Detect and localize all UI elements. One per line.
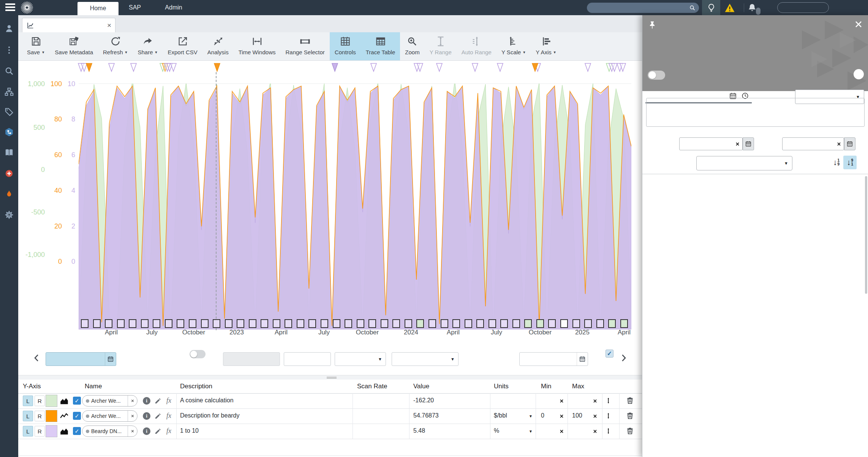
- delete-trace-icon[interactable]: [626, 427, 634, 437]
- top-tab-home[interactable]: Home: [77, 2, 119, 15]
- clear-icon[interactable]: [735, 142, 740, 147]
- comment-marker[interactable]: [167, 63, 181, 72]
- trace-color-swatch[interactable]: [46, 410, 57, 422]
- now-checkbox[interactable]: ✓: [606, 350, 613, 358]
- timeline-box[interactable]: [105, 319, 112, 328]
- right-axis-button[interactable]: R: [35, 396, 45, 406]
- comment-marker[interactable]: [328, 63, 343, 72]
- formula-fx-icon[interactable]: fx: [166, 397, 171, 405]
- trend-chart-region[interactable]: 1,0005000-500-1,0001008060402001086420Ap…: [18, 61, 642, 344]
- toolbar-refresh[interactable]: Refresh▼: [98, 32, 133, 60]
- comment-marker[interactable]: [127, 63, 141, 72]
- interval-select[interactable]: ▼: [335, 352, 386, 366]
- remove-trace-icon[interactable]: [128, 396, 137, 406]
- settings-gear-icon[interactable]: [4, 210, 14, 220]
- ideas-button[interactable]: [702, 0, 720, 15]
- info-icon[interactable]: i: [143, 397, 150, 405]
- fixed-period-value-input[interactable]: [223, 352, 280, 366]
- trace-visible-checkbox[interactable]: ✓: [73, 412, 81, 420]
- timeline-box[interactable]: [285, 319, 292, 328]
- timeline-box[interactable]: [93, 319, 101, 328]
- comment-marker[interactable]: [433, 63, 447, 72]
- timeline-box[interactable]: [321, 319, 328, 328]
- timeline-box[interactable]: [512, 319, 520, 328]
- timeline-box[interactable]: [345, 319, 352, 328]
- local-time-button[interactable]: [777, 2, 829, 13]
- sort-ascending-button[interactable]: ↓19: [830, 156, 843, 169]
- timeline-box[interactable]: [249, 319, 256, 328]
- flame-icon[interactable]: [4, 189, 14, 199]
- trend-plot[interactable]: [79, 84, 631, 329]
- add-badge-icon[interactable]: [4, 169, 14, 178]
- info-icon[interactable]: i: [143, 427, 150, 435]
- area-style-icon[interactable]: [59, 426, 69, 438]
- trace-name-chip[interactable]: Beardy DN...: [82, 425, 138, 437]
- toolbar-range-selector[interactable]: Range Selector: [280, 32, 329, 60]
- timeline-box[interactable]: [572, 319, 580, 328]
- timeline-box[interactable]: [441, 319, 448, 328]
- left-axis-button[interactable]: L: [23, 411, 33, 421]
- comment-marker[interactable]: [412, 63, 427, 72]
- timeline-box[interactable]: [333, 319, 340, 328]
- timeline-box[interactable]: [165, 319, 172, 328]
- trace-name-chip[interactable]: Archer We...: [82, 410, 138, 422]
- start-time-input[interactable]: [46, 352, 116, 366]
- timeline-box[interactable]: [308, 319, 316, 328]
- top-tab-admin[interactable]: Admin: [160, 0, 188, 15]
- timeline-box[interactable]: [500, 319, 508, 328]
- help-icon[interactable]: [854, 69, 864, 79]
- timeline-box[interactable]: [153, 319, 160, 328]
- alerts-warning-icon[interactable]: [724, 2, 735, 14]
- comment-marker[interactable]: [615, 63, 629, 72]
- timeline-box[interactable]: [201, 319, 209, 328]
- timeline-box[interactable]: [81, 319, 89, 328]
- timeline-box[interactable]: [261, 319, 268, 328]
- toolbar-save-metadata[interactable]: Save Metadata: [50, 32, 98, 60]
- toolbar-time-windows[interactable]: Time Windows: [234, 32, 281, 60]
- toolbar-save[interactable]: Save▼: [22, 32, 50, 60]
- timeline-box[interactable]: [117, 319, 125, 328]
- timeline-box[interactable]: [596, 319, 604, 328]
- comment-marker[interactable]: [468, 63, 483, 72]
- clear-min-icon[interactable]: [559, 429, 564, 435]
- clear-min-icon[interactable]: [559, 413, 564, 420]
- end-time-input[interactable]: [519, 352, 588, 366]
- step-forward-icon[interactable]: [618, 351, 628, 365]
- timeline-box[interactable]: [357, 319, 364, 328]
- calendar-icon[interactable]: [105, 353, 116, 366]
- clear-icon[interactable]: [836, 142, 841, 147]
- calendar-icon[interactable]: [577, 353, 588, 366]
- show-to-input[interactable]: [782, 137, 844, 150]
- trace-row[interactable]: LR✓Archer We...ifxDescription for beardy…: [18, 408, 642, 424]
- menu-icon[interactable]: [5, 3, 15, 12]
- toolbar-controls[interactable]: Controls: [330, 32, 361, 60]
- splitter-grip-icon[interactable]: [327, 377, 337, 377]
- toolbar-trace-table[interactable]: Trace Table: [361, 32, 400, 60]
- toolbar-y-axis[interactable]: Y Axis▼: [531, 32, 561, 60]
- comment-marker[interactable]: [530, 63, 544, 72]
- trace-color-swatch[interactable]: [46, 425, 57, 437]
- timeline-box[interactable]: [524, 319, 532, 328]
- search-icon[interactable]: [4, 66, 14, 76]
- remove-trace-icon[interactable]: [128, 426, 137, 437]
- more-options-icon[interactable]: [4, 45, 14, 55]
- autoscale-updown-icon[interactable]: [605, 412, 612, 421]
- tab-close-icon[interactable]: ×: [107, 21, 111, 30]
- fixed-period-toggle[interactable]: [190, 350, 206, 358]
- aggregate-select[interactable]: ▼: [392, 352, 459, 366]
- clear-max-icon[interactable]: [593, 398, 598, 405]
- comment-marker[interactable]: [82, 63, 97, 72]
- show-from-input[interactable]: [679, 137, 743, 150]
- toolbar-export-csv[interactable]: Export CSV: [163, 32, 202, 60]
- close-panel-icon[interactable]: [854, 20, 863, 29]
- max-value[interactable]: 100: [572, 412, 582, 419]
- timeline-box[interactable]: [489, 319, 496, 328]
- remove-trace-icon[interactable]: [128, 411, 137, 421]
- sort-descending-button[interactable]: ↓91: [843, 156, 857, 169]
- tab-trend[interactable]: ×: [22, 18, 115, 32]
- trace-visible-checkbox[interactable]: ✓: [73, 427, 81, 435]
- units-value[interactable]: $/bbl: [494, 412, 507, 419]
- timeline-box[interactable]: [536, 319, 544, 328]
- timeline-box[interactable]: [548, 319, 556, 328]
- timeline-box[interactable]: [381, 319, 388, 328]
